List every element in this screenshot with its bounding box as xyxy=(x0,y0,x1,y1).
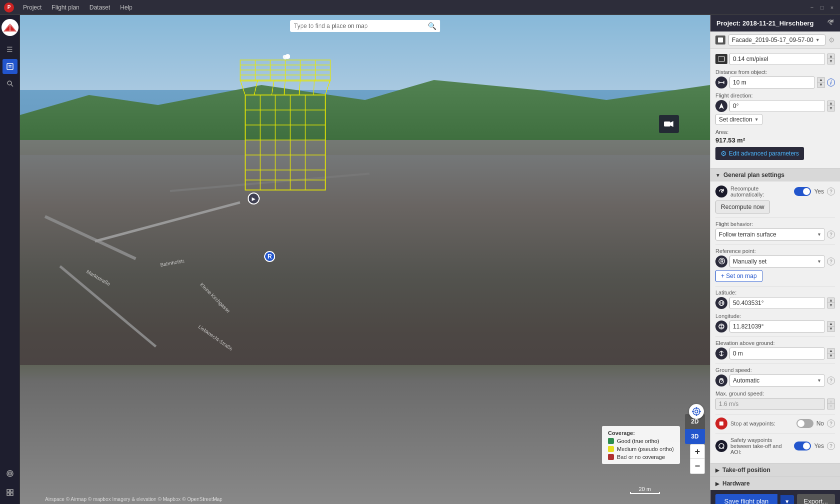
zoom-in-btn[interactable]: + xyxy=(690,444,705,459)
menu-dataset[interactable]: Dataset xyxy=(85,2,115,13)
general-settings-header[interactable]: ▼ General plan settings xyxy=(710,168,840,182)
takeoff-section-header[interactable]: ▶ Take-off position xyxy=(710,463,840,476)
export-btn[interactable]: Export... xyxy=(797,494,835,504)
elevation-up[interactable]: ▲ xyxy=(827,348,835,354)
distance-info-icon[interactable]: i xyxy=(827,78,835,86)
search-input[interactable] xyxy=(294,22,428,30)
resolution-down[interactable]: ▼ xyxy=(827,59,835,64)
menu-help[interactable]: Help xyxy=(115,2,138,13)
stop-waypoints-help-icon[interactable]: ? xyxy=(827,420,835,428)
longitude-group: Longitude: 11.821039° ▲ ▼ xyxy=(715,313,835,332)
sidebar-layers-btn[interactable] xyxy=(3,466,18,481)
menu-bar: P Project Flight plan Dataset Help − □ × xyxy=(0,0,840,15)
divider-1 xyxy=(715,218,835,218)
latitude-spin: ▲ ▼ xyxy=(827,298,835,308)
app-logo: P xyxy=(4,2,14,12)
reference-point-group: Reference point: Ⓡ Manually set ▼ ? + Se… xyxy=(715,248,835,282)
sidebar-search-btn[interactable] xyxy=(3,76,18,91)
elevation-input[interactable]: 0 m xyxy=(729,348,825,360)
sidebar-grid-btn[interactable] xyxy=(3,485,18,500)
elevation-down[interactable]: ▼ xyxy=(827,354,835,359)
longitude-input[interactable]: 11.821039° xyxy=(729,320,825,332)
resolution-input[interactable]: 0.14 cm/pixel xyxy=(729,53,825,65)
flight-behavior-help-icon[interactable]: ? xyxy=(827,230,835,238)
coverage-medium-dot xyxy=(608,446,614,452)
reference-point-help-icon[interactable]: ? xyxy=(827,258,835,266)
stop-waypoints-toggle[interactable] xyxy=(796,419,813,428)
latitude-input[interactable]: 50.403531° xyxy=(729,297,825,309)
recompute-auto-toggle[interactable] xyxy=(794,187,811,196)
flight-direction-row: 0° ▲ ▼ xyxy=(715,100,835,112)
max-ground-speed-input: 1.6 m/s xyxy=(715,398,825,410)
edit-advanced-btn[interactable]: ⚙ Edit advanced parameters xyxy=(715,147,804,160)
set-direction-arrow-icon: ▼ xyxy=(754,117,759,122)
longitude-up[interactable]: ▲ xyxy=(827,321,835,326)
longitude-icon xyxy=(715,320,727,332)
distance-down[interactable]: ▼ xyxy=(817,82,825,88)
recompute-auto-left: Recompute automatically: xyxy=(715,186,792,198)
ground-speed-arrow-icon: ▼ xyxy=(817,378,821,383)
distance-label: Distance from object: xyxy=(715,69,835,75)
hardware-chevron-icon: ▶ xyxy=(715,481,719,486)
set-on-map-btn[interactable]: + Set on map xyxy=(715,270,762,282)
longitude-spin: ▲ ▼ xyxy=(827,321,835,332)
divider-2 xyxy=(715,244,835,245)
longitude-down[interactable]: ▼ xyxy=(827,326,835,332)
panel-settings-icon[interactable]: ⚙ xyxy=(828,36,835,44)
hardware-section-header[interactable]: ▶ Hardware xyxy=(710,476,840,490)
maximize-btn[interactable]: □ xyxy=(818,4,826,12)
direction-down[interactable]: ▼ xyxy=(827,106,835,112)
distance-input[interactable]: 10 m xyxy=(729,76,815,88)
target-btn[interactable] xyxy=(689,404,704,419)
flight-direction-input[interactable]: 0° xyxy=(729,100,825,112)
save-flight-plan-arrow-btn[interactable]: ▼ xyxy=(780,495,794,504)
sidebar-menu-btn[interactable]: ☰ xyxy=(3,42,18,57)
latitude-down[interactable]: ▼ xyxy=(827,303,835,308)
sidebar-logo xyxy=(2,19,19,36)
distance-icon xyxy=(715,76,727,88)
mode-3d-btn[interactable]: 3D xyxy=(685,429,705,444)
svg-line-66 xyxy=(721,380,723,382)
ground-speed-help-icon[interactable]: ? xyxy=(827,376,835,384)
flight-plan-dropdown[interactable]: Facade_2019-05-17_09-57-00 ▼ xyxy=(728,34,825,46)
recompute-icon xyxy=(715,186,727,198)
minimize-btn[interactable]: − xyxy=(808,4,816,12)
right-panel: Project: 2018-11-21_Hirschberg Facade_20… xyxy=(710,15,840,504)
reference-point-select[interactable]: Manually set ▼ xyxy=(729,256,825,268)
resolution-up[interactable]: ▲ xyxy=(827,54,835,59)
svg-line-36 xyxy=(254,80,258,95)
takeoff-chevron-icon: ▶ xyxy=(715,468,719,473)
safety-waypoints-help-icon[interactable]: ? xyxy=(827,442,835,450)
recompute-auto-help-icon[interactable]: ? xyxy=(827,188,835,196)
stop-waypoints-group: Stop at waypoints: No ? xyxy=(715,418,835,430)
divider-5 xyxy=(715,364,835,364)
map-search-bar[interactable]: 🔍 xyxy=(290,20,440,32)
save-flight-plan-btn[interactable]: Save flight plan xyxy=(715,494,777,504)
distance-row: 10 m ▲ ▼ i xyxy=(715,76,835,88)
map-area[interactable]: Marktstraße Bahnhofstr. Kleine Kirchgass… xyxy=(20,15,710,504)
menu-project[interactable]: Project xyxy=(18,2,47,13)
svg-point-6 xyxy=(8,81,12,85)
direction-up[interactable]: ▲ xyxy=(827,100,835,106)
resolution-group: 0.14 cm/pixel ▲ ▼ xyxy=(715,53,835,65)
left-sidebar: ☰ xyxy=(0,15,20,504)
ground-speed-select[interactable]: Automatic ▼ xyxy=(729,374,825,386)
resolution-spin: ▲ ▼ xyxy=(827,54,835,64)
sync-icon[interactable] xyxy=(827,19,834,28)
close-btn[interactable]: × xyxy=(828,4,836,12)
zoom-out-btn[interactable]: − xyxy=(690,459,705,474)
menu-flight-plan[interactable]: Flight plan xyxy=(47,2,84,13)
svg-point-10 xyxy=(10,473,11,474)
flight-behavior-select[interactable]: Follow terrain surface ▼ xyxy=(715,228,825,240)
recompute-auto-label: Recompute automatically: xyxy=(730,186,792,198)
sidebar-notes-btn[interactable] xyxy=(3,59,18,74)
panel-title: Project: 2018-11-21_Hirschberg xyxy=(716,20,813,27)
latitude-up[interactable]: ▲ xyxy=(827,298,835,303)
recompute-now-btn[interactable]: Recompute now xyxy=(715,200,770,214)
safety-waypoints-toggle[interactable] xyxy=(794,442,811,450)
distance-up[interactable]: ▲ xyxy=(817,77,825,82)
coverage-good-dot xyxy=(608,438,614,444)
set-direction-btn[interactable]: Set direction ▼ xyxy=(715,114,762,125)
longitude-label: Longitude: xyxy=(715,313,835,319)
reference-point-marker: R xyxy=(264,251,275,262)
